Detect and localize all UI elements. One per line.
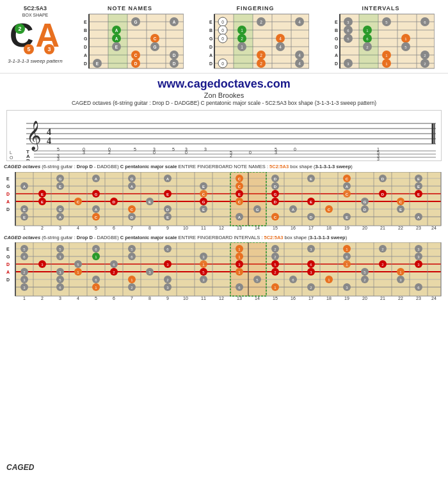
svg-text:E: E — [115, 45, 118, 49]
svg-text:D: D — [166, 208, 170, 212]
svg-text:23: 23 — [416, 296, 421, 300]
sweep-label: 3-1-3-1-3 sweep pattern — [8, 58, 62, 64]
svg-text:5: 5 — [95, 226, 97, 230]
svg-text:20: 20 — [362, 226, 367, 230]
caged-label: CAGED — [6, 463, 34, 472]
svg-text:E: E — [209, 20, 212, 24]
fingering-svg: E B G D A D 0 2 4 0 1 0 — [202, 13, 309, 70]
svg-text:5: 5 — [95, 296, 97, 300]
svg-text:D: D — [84, 45, 87, 49]
svg-text:1: 1 — [241, 45, 243, 49]
ca-logo: C A 2 5 3 — [10, 19, 61, 57]
svg-text:C: C — [154, 36, 157, 41]
note-names-svg: E B G D A D 1 2 3 4 5 G A — [76, 13, 184, 70]
logo-dot-orange1: 5 — [24, 44, 34, 54]
svg-text:D: D — [134, 61, 138, 66]
svg-text:E: E — [23, 215, 26, 219]
svg-text:G: G — [256, 208, 259, 212]
svg-text:12: 12 — [219, 226, 224, 230]
fingerboard2-label: CAGED octaves (6-string guitar : Drop D … — [4, 235, 444, 242]
svg-text:9: 9 — [166, 226, 169, 230]
svg-text:L: L — [10, 150, 12, 155]
svg-text:18: 18 — [326, 226, 332, 230]
svg-text:E: E — [59, 185, 61, 189]
svg-text:C: C — [202, 192, 205, 196]
svg-text:E: E — [166, 192, 169, 196]
svg-text:O: O — [10, 155, 13, 160]
svg-text:17: 17 — [308, 226, 314, 230]
svg-text:E: E — [417, 192, 420, 196]
svg-text:D: D — [335, 61, 338, 66]
svg-text:E: E — [23, 208, 26, 212]
svg-text:E: E — [202, 185, 205, 189]
svg-text:C: C — [399, 200, 403, 204]
website-url: www.cagedoctaves.com — [0, 77, 448, 91]
svg-text:D: D — [274, 177, 277, 181]
svg-text:A: A — [166, 177, 170, 181]
svg-text:C: C — [328, 208, 331, 212]
svg-text:E: E — [166, 215, 169, 219]
svg-text:A: A — [346, 185, 349, 189]
svg-text:5: 5 — [134, 147, 136, 152]
svg-text:A: A — [335, 53, 338, 58]
svg-text:4: 4 — [77, 226, 79, 230]
svg-text:17: 17 — [308, 296, 314, 300]
svg-text:G: G — [6, 254, 10, 259]
svg-text:8: 8 — [148, 296, 151, 300]
diagrams-row: NOTE NAMES E B G — [69, 5, 442, 70]
svg-text:D: D — [113, 200, 116, 204]
svg-text:A: A — [238, 215, 241, 219]
svg-text:A: A — [59, 215, 62, 219]
fingerboard1-label: CAGED octaves (6-string guitar : Drop D … — [4, 164, 444, 171]
svg-text:14: 14 — [255, 296, 260, 300]
website-section: www.cagedoctaves.com Zon Brookes CAGED o… — [0, 73, 448, 107]
description-text: CAGED octaves (6-string guitar : Drop D … — [0, 100, 448, 106]
svg-text:3: 3 — [377, 157, 380, 160]
svg-text:C: C — [238, 177, 241, 181]
svg-text:0: 0 — [294, 147, 296, 152]
svg-text:D: D — [173, 61, 176, 66]
svg-text:D: D — [274, 185, 277, 189]
svg-text:0: 0 — [153, 150, 156, 155]
svg-text:24: 24 — [431, 296, 436, 300]
svg-text:1: 1 — [23, 226, 26, 230]
svg-text:20: 20 — [362, 296, 367, 300]
svg-text:A: A — [95, 208, 98, 212]
svg-text:D: D — [274, 200, 277, 204]
svg-text:D: D — [131, 215, 134, 219]
svg-text:2: 2 — [260, 20, 262, 24]
svg-text:B: B — [209, 28, 212, 33]
svg-text:4: 4 — [47, 127, 51, 137]
svg-text:C: C — [77, 200, 80, 204]
svg-text:0: 0 — [221, 28, 224, 33]
svg-text:D: D — [209, 45, 212, 49]
svg-text:E: E — [238, 192, 241, 196]
svg-text:C: C — [346, 177, 349, 181]
svg-text:D: D — [6, 192, 10, 196]
svg-text:A: A — [115, 36, 118, 41]
svg-text:14: 14 — [255, 226, 260, 230]
fingerboard2-svg: E G D A D 1 2 3 4 5 6 — [4, 242, 443, 300]
svg-text:G: G — [84, 36, 88, 41]
svg-text:E: E — [84, 20, 87, 24]
fingerboard-intervals-section: CAGED octaves (6-string guitar : Drop D … — [4, 235, 444, 303]
svg-text:G: G — [335, 36, 339, 41]
svg-text:3: 3 — [57, 157, 60, 160]
svg-text:E: E — [417, 177, 420, 181]
svg-text:2: 2 — [41, 226, 44, 230]
svg-text:E: E — [417, 185, 420, 189]
svg-text:0: 0 — [249, 150, 252, 155]
svg-text:4: 4 — [279, 45, 282, 49]
svg-text:B: B — [26, 158, 30, 160]
svg-text:D: D — [364, 208, 367, 212]
svg-text:16: 16 — [291, 296, 296, 300]
svg-text:5: 5 — [57, 147, 60, 152]
svg-text:2: 2 — [260, 53, 262, 58]
svg-text:D: D — [381, 192, 385, 196]
staff-svg: 𝄞 4 4 T A B 5 3 3 0 3 0 2 5 3 0 5 3 0 3 … — [7, 111, 441, 160]
svg-text:G: G — [202, 200, 205, 204]
svg-text:0: 0 — [185, 150, 188, 155]
svg-text:0: 0 — [221, 36, 224, 41]
svg-text:1: 1 — [241, 28, 243, 33]
svg-text:18: 18 — [326, 296, 332, 300]
